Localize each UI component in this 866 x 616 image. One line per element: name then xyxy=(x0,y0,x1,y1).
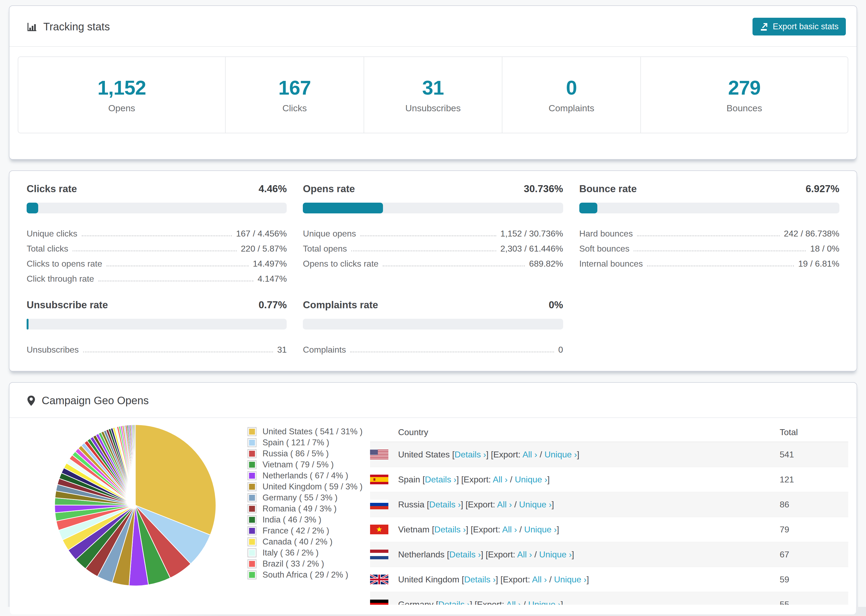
stat-label: Opens xyxy=(108,103,135,113)
header-divider xyxy=(9,46,857,47)
details-link[interactable]: Details › xyxy=(429,500,461,509)
rate-detail-label: Hard bounces xyxy=(579,229,633,239)
legend-swatch xyxy=(247,570,257,580)
legend-swatch xyxy=(247,493,257,502)
rate-value: 0.77% xyxy=(258,299,287,311)
geo-table: Country Total United States [Details ›] … xyxy=(370,423,848,616)
link-separator: / xyxy=(507,475,515,484)
rate-header: Clicks rate4.46% xyxy=(27,183,287,195)
ru-flag-icon xyxy=(370,500,388,509)
geo-header: Campaign Geo Opens xyxy=(9,383,857,417)
total-column-header: Total xyxy=(780,427,848,437)
geo-content: United States ( 541 / 31% )Spain ( 121 /… xyxy=(9,418,857,616)
legend-swatch xyxy=(247,460,257,469)
stat-label: Complaints xyxy=(549,103,594,113)
closing-bracket: ] xyxy=(552,500,554,509)
export-unique-link[interactable]: Unique › xyxy=(519,500,552,509)
details-link[interactable]: Details › xyxy=(425,475,457,484)
export-unique-link[interactable]: Unique › xyxy=(515,475,547,484)
stats-summary-row: 1,152Opens167Clicks31Unsubscribes0Compla… xyxy=(18,57,848,133)
legend-label: France ( 42 / 2% ) xyxy=(263,526,329,536)
rate-detail-value: 220 / 5.87% xyxy=(241,244,287,254)
rate-header: Opens rate30.736% xyxy=(303,183,563,195)
export-basic-stats-button[interactable]: Export basic stats xyxy=(753,18,846,36)
rate-section-unsubscribe-rate: Unsubscribe rate0.77%Unsubscribes31 xyxy=(27,299,287,355)
rate-progress-fill xyxy=(27,319,28,330)
details-link[interactable]: Details › xyxy=(464,575,496,584)
legend-item-de: Germany ( 55 / 3% ) xyxy=(247,493,362,502)
rate-detail-value: 2,303 / 61.446% xyxy=(501,244,563,254)
legend-item-in: India ( 46 / 3% ) xyxy=(247,515,362,524)
rate-detail-value: 167 / 4.456% xyxy=(236,229,287,239)
legend-swatch xyxy=(247,504,257,513)
rate-detail-label: Internal bounces xyxy=(579,259,643,269)
stat-card-complaints: 0Complaints xyxy=(502,57,640,133)
dotted-leader xyxy=(634,250,806,251)
legend-item-vn: Vietnam ( 79 / 5% ) xyxy=(247,460,362,469)
bar-chart-icon xyxy=(27,21,38,32)
nl-flag-icon xyxy=(370,550,388,559)
rate-detail-row: Total clicks220 / 5.87% xyxy=(27,239,287,254)
rate-detail-row: Total opens2,303 / 61.446% xyxy=(303,239,563,254)
stat-value: 279 xyxy=(728,76,760,99)
vn-flag-icon xyxy=(370,525,388,534)
country-cell-text: Netherlands [Details ›] [Export: All › /… xyxy=(398,550,574,559)
geo-title-wrap: Campaign Geo Opens xyxy=(27,394,149,407)
export-all-link[interactable]: All › xyxy=(532,575,547,584)
legend-item-nl: Netherlands ( 67 / 4% ) xyxy=(247,471,362,480)
stat-value: 31 xyxy=(422,76,444,99)
export-all-link[interactable]: All › xyxy=(497,500,512,509)
dotted-leader xyxy=(83,352,273,352)
legend-swatch xyxy=(247,471,257,480)
rate-header: Complaints rate0% xyxy=(303,299,563,311)
es-flag-icon xyxy=(370,475,388,484)
legend-swatch xyxy=(247,438,257,447)
rate-detail-list: Hard bounces242 / 86.738%Soft bounces18 … xyxy=(579,224,839,269)
link-separator: / xyxy=(512,500,519,509)
rate-detail-value: 242 / 86.738% xyxy=(784,229,839,239)
rates-grid: Clicks rate4.46%Unique clicks167 / 4.456… xyxy=(27,183,839,355)
export-unique-link[interactable]: Unique › xyxy=(554,575,587,584)
campaign-geo-opens-card: Campaign Geo Opens United States ( 541 /… xyxy=(9,382,857,616)
closing-bracket: ] xyxy=(547,475,550,484)
export-all-link[interactable]: All › xyxy=(517,550,532,559)
export-all-link[interactable]: All › xyxy=(523,449,537,459)
legend-label: United States ( 541 / 31% ) xyxy=(263,427,362,437)
geo-legend: United States ( 541 / 31% )Spain ( 121 /… xyxy=(247,427,362,581)
rate-section-clicks-rate: Clicks rate4.46%Unique clicks167 / 4.456… xyxy=(27,183,287,284)
export-all-link[interactable]: All › xyxy=(502,525,517,534)
details-link[interactable]: Details › xyxy=(455,449,486,459)
tracking-stats-header: Tracking stats Export basic stats xyxy=(9,6,857,46)
rates-card: Clicks rate4.46%Unique clicks167 / 4.456… xyxy=(9,170,857,371)
stat-label: Clicks xyxy=(282,103,307,113)
geo-table-row-us: United States [Details ›] [Export: All ›… xyxy=(370,442,848,467)
legend-swatch xyxy=(247,526,257,535)
rate-detail-row: Unsubscribes31 xyxy=(27,340,287,355)
page-title: Tracking stats xyxy=(43,21,110,33)
rate-detail-label: Click through rate xyxy=(27,274,94,284)
map-pin-icon xyxy=(27,395,36,406)
rate-value: 30.736% xyxy=(524,183,563,195)
country-cell-text: Spain [Details ›] [Export: All › / Uniqu… xyxy=(398,475,550,485)
dotted-leader xyxy=(350,352,554,352)
rate-progress-track xyxy=(303,203,563,214)
legend-swatch-color xyxy=(249,572,255,578)
dotted-leader xyxy=(637,236,780,236)
export-all-link[interactable]: All › xyxy=(493,475,507,484)
export-unique-link[interactable]: Unique › xyxy=(524,525,557,534)
rate-section-bounce-rate: Bounce rate6.927%Hard bounces242 / 86.73… xyxy=(579,183,839,284)
geo-table-total-cell: 541 xyxy=(780,449,848,460)
geo-table-country-cell: Russia [Details ›] [Export: All › / Uniq… xyxy=(370,500,780,509)
rate-detail-label: Soft bounces xyxy=(579,244,630,254)
rate-detail-row: Clicks to opens rate14.497% xyxy=(27,254,287,269)
legend-label: Italy ( 36 / 2% ) xyxy=(263,548,318,558)
details-link[interactable]: Details › xyxy=(449,550,481,559)
export-unique-link[interactable]: Unique › xyxy=(539,550,572,559)
country-column-header: Country xyxy=(370,427,780,437)
closing-bracket: ] xyxy=(577,449,579,459)
export-prefix: ] [Export: xyxy=(481,550,517,559)
legend-item-fr: France ( 42 / 2% ) xyxy=(247,526,362,535)
details-link[interactable]: Details › xyxy=(435,525,466,534)
export-unique-link[interactable]: Unique › xyxy=(544,449,577,459)
legend-label: Germany ( 55 / 3% ) xyxy=(263,493,337,503)
